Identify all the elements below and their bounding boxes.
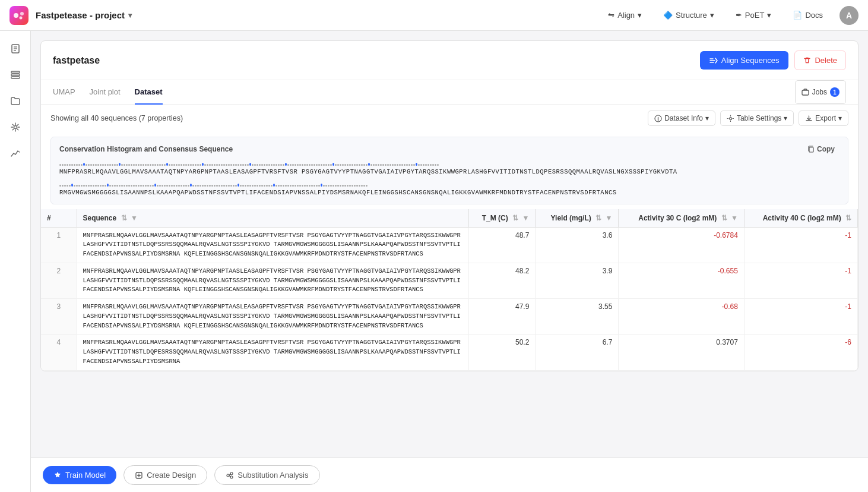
docs-nav-btn[interactable]: 📄 Docs (788, 8, 828, 22)
sidebar-icon-sparkle[interactable] (5, 116, 26, 138)
col-yield: Yield (mg/L) ⇅ ▼ (536, 209, 619, 228)
svg-rect-8 (11, 74, 20, 76)
sequence-sort-icon[interactable]: ⇅ (121, 214, 127, 222)
row-num: 2 (41, 263, 77, 298)
tab-joint-plot[interactable]: Joint plot (90, 80, 121, 105)
svg-point-0 (14, 13, 18, 18)
consensus-sequence-line2: RMGVMGWSMGGGGSLISAANNPSLKAAAPQAPWDSSTNFS… (59, 188, 840, 198)
tab-umap[interactable]: UMAP (53, 80, 75, 105)
col-yield-label: Yield (mg/L) (551, 214, 591, 222)
row-activity40: -1 (744, 299, 857, 335)
docs-nav-label: Docs (805, 11, 823, 20)
main-card: fastpetase Align Sequences Delete UMAP J… (40, 40, 859, 371)
align-nav-btn[interactable]: ⇋ Align ▾ (603, 8, 647, 22)
col-sequence-label: Sequence (83, 214, 117, 222)
delete-button[interactable]: Delete (794, 51, 846, 70)
card-title: fastpetase (53, 55, 700, 66)
create-design-button[interactable]: Create Design (123, 465, 207, 485)
tm-filter-icon[interactable]: ▼ (522, 214, 529, 222)
row-activity30: -0.68 (619, 299, 745, 335)
row-sequence: MNFPRASRLMQAAVLGGLMAVSAAATAQTNPYARGPNPTA… (77, 335, 468, 370)
align-nav-label: Align (617, 11, 635, 20)
table-row: 3MNFPRASRLMQAAVLGGLMAVSAAATAQTNPYARGPNPT… (41, 299, 858, 335)
substitution-analysis-label: Substitution Analysis (237, 471, 308, 480)
info-text: Showing all 40 sequences (7 properties) (50, 114, 641, 122)
tabs: UMAP Joint plot Dataset Jobs 1 (41, 80, 858, 105)
table-settings-label: Table Settings (737, 114, 781, 122)
project-name-label: Fastpetease - project (36, 10, 125, 20)
svg-point-1 (20, 12, 24, 15)
row-yield: 6.7 (536, 335, 619, 370)
row-yield: 3.9 (536, 263, 619, 298)
col-activity40: Activity 40 C (log2 mM) ⇅ (744, 209, 857, 228)
sidebar-icon-chart[interactable] (5, 143, 26, 164)
align-sequences-button[interactable]: Align Sequences (700, 51, 789, 70)
train-model-button[interactable]: Train Model (43, 466, 116, 484)
col-activity40-label: Activity 40 C (log2 mM) (763, 214, 841, 222)
table-row: 4MNFPRASRLMQAAVLGGLMAVSAAATAQTNPYARGPNPT… (41, 335, 858, 370)
table-settings-chevron: ▾ (784, 114, 787, 122)
dataset-info-btn[interactable]: Dataset Info ▾ (648, 111, 715, 126)
sequence-filter-icon[interactable]: ▼ (131, 214, 138, 222)
sequence-table: # Sequence ⇅ ▼ T_M (C) ⇅ ▼ (41, 209, 858, 371)
row-activity30: -0.6784 (619, 227, 745, 263)
histogram-title-row: Conservation Histogram and Consensus Seq… (59, 143, 840, 155)
align-nav-icon: ⇋ (608, 11, 614, 20)
sidebar-icon-documents[interactable] (5, 38, 26, 59)
col-tm-label: T_M (C) (482, 214, 508, 222)
toolbar: Showing all 40 sequences (7 properties) … (41, 105, 858, 132)
sidebar-icon-folder[interactable] (5, 90, 26, 112)
create-design-label: Create Design (147, 471, 196, 480)
export-btn[interactable]: Export ▾ (799, 111, 848, 126)
copy-button[interactable]: Copy (803, 143, 840, 155)
col-sequence: Sequence ⇅ ▼ (77, 209, 468, 228)
row-activity30: -0.655 (619, 263, 745, 298)
project-dropdown-icon: ▾ (128, 11, 132, 20)
svg-rect-11 (802, 90, 809, 95)
project-title[interactable]: Fastpetease - project ▾ (36, 10, 132, 20)
row-num: 4 (41, 335, 77, 370)
export-label: Export (815, 114, 836, 122)
svg-rect-9 (11, 77, 20, 78)
row-sequence: MNFPRASRLMQAAVLGGLMAVSAAATAQTNPYARGPNPTA… (77, 299, 468, 335)
row-tm: 48.2 (468, 263, 536, 298)
svg-rect-7 (11, 71, 20, 73)
yield-filter-icon[interactable]: ▼ (605, 214, 612, 222)
table-header-row: # Sequence ⇅ ▼ T_M (C) ⇅ ▼ (41, 209, 858, 228)
activity40-sort-icon[interactable]: ⇅ (845, 214, 851, 222)
main-content: fastpetase Align Sequences Delete UMAP J… (31, 31, 868, 492)
tab-dataset[interactable]: Dataset (135, 80, 163, 105)
poet-nav-label: PoET (745, 11, 765, 20)
row-tm: 47.9 (468, 299, 536, 335)
user-avatar[interactable]: A (840, 6, 859, 25)
col-activity30: Activity 30 C (log2 mM) ⇅ ▼ (619, 209, 745, 228)
tm-sort-icon[interactable]: ⇅ (512, 214, 518, 222)
substitution-analysis-button[interactable]: Substitution Analysis (214, 465, 319, 485)
jobs-button[interactable]: Jobs 1 (795, 80, 846, 104)
row-sequence: MNFPRASRLMQAAVLGGLMAVSAAATAQTNPYARGPNPTA… (77, 263, 468, 298)
activity30-filter-icon[interactable]: ▼ (731, 214, 738, 222)
row-activity30: 0.3707 (619, 335, 745, 370)
poet-nav-icon: ✒ (736, 11, 742, 20)
table-settings-btn[interactable]: Table Settings ▾ (720, 111, 794, 126)
copy-label: Copy (817, 145, 835, 153)
dataset-info-label: Dataset Info (664, 114, 703, 122)
structure-nav-btn[interactable]: 🔷 Structure ▾ (658, 8, 719, 22)
svg-point-10 (14, 126, 17, 129)
sequence-table-wrapper: # Sequence ⇅ ▼ T_M (C) ⇅ ▼ (41, 209, 858, 371)
yield-sort-icon[interactable]: ⇅ (595, 214, 601, 222)
align-sequences-label: Align Sequences (721, 56, 780, 65)
table-row: 1MNFPRASRLMQAAVLGGLMAVSAAATAQTNPYARGPNPT… (41, 227, 858, 263)
row-sequence: MNFPRASRLMQAAVLGGLMAVSAAATAQTNPYARGPNPTA… (77, 227, 468, 263)
activity30-sort-icon[interactable]: ⇅ (721, 214, 727, 222)
structure-chevron-icon: ▾ (710, 11, 714, 20)
card-header: fastpetase Align Sequences Delete (41, 41, 858, 80)
docs-nav-icon: 📄 (793, 11, 802, 20)
structure-nav-icon: 🔷 (663, 11, 673, 20)
dataset-info-chevron: ▾ (705, 114, 709, 122)
export-chevron: ▾ (838, 114, 842, 122)
poet-nav-btn[interactable]: ✒ PoET ▾ (731, 8, 777, 22)
sidebar-icon-list[interactable] (5, 64, 26, 86)
row-num: 1 (41, 227, 77, 263)
col-num: # (41, 209, 77, 228)
